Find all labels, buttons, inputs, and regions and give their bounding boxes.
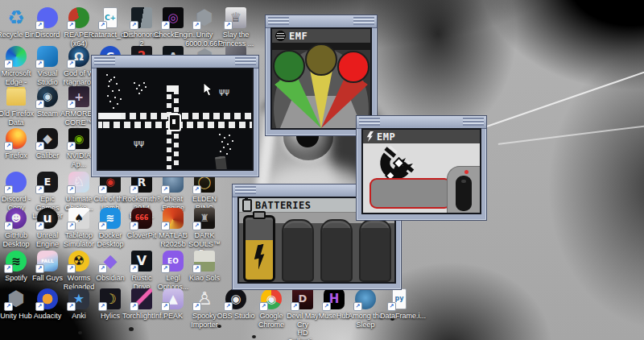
desktop-icon[interactable]: py DataFrame.i... bbox=[384, 288, 415, 321]
desktop-icon[interactable]: Firefox bbox=[1, 127, 31, 160]
emf-header: EMF bbox=[272, 29, 370, 44]
desktop-icon-image: ♘ bbox=[68, 171, 90, 193]
emp-led bbox=[464, 170, 469, 174]
desktop-icon[interactable]: FALL Fall Guys bbox=[32, 250, 63, 283]
desktop-icon-image: ♠ bbox=[68, 207, 90, 230]
desktop-icon[interactable]: MATLAB R2025b bbox=[158, 207, 188, 248]
desktop-icon-image: ◎ bbox=[162, 6, 184, 29]
desktop-icon[interactable]: Dishonored 2 bbox=[126, 6, 157, 48]
desktop-icon-image: py bbox=[388, 288, 411, 310]
emp-window[interactable]: EMP bbox=[356, 115, 487, 221]
desktop-icon[interactable]: ★ Anki bbox=[64, 288, 94, 321]
desktop-icon[interactable]: ◉ Google Chrome bbox=[256, 288, 287, 329]
desktop-icon-image: Ω bbox=[68, 45, 90, 68]
battery-bolt-icon bbox=[250, 244, 269, 271]
desktop-icon[interactable]: ♙ Spooky Importer bbox=[189, 288, 220, 329]
emp-window-titlebar[interactable] bbox=[357, 116, 486, 129]
desktop-icon[interactable]: C+ cataract_co... bbox=[95, 6, 126, 39]
emp-charge-button[interactable] bbox=[369, 178, 452, 209]
desktop-icon[interactable]: u Unreal Engine bbox=[32, 207, 63, 248]
desktop-icon[interactable]: ⬢ Unity 6000.0.66f2 bbox=[189, 6, 220, 48]
desktop-icon[interactable]: ♠ Tabletop Simulator bbox=[64, 207, 94, 248]
desktop-icon[interactable]: ◆ Obsidian bbox=[95, 250, 126, 283]
desktop-icon[interactable]: ☽ Hylics bbox=[95, 288, 126, 321]
desktop-icon[interactable]: ◉ NVIDIA Ap... bbox=[64, 127, 94, 168]
desktop-icon[interactable]: H MuseHub bbox=[319, 288, 349, 321]
desktop-icon-image: ♻ bbox=[5, 6, 27, 29]
desktop: ♻ Recycle Bin Discord REAPER (x64) C+ ca… bbox=[0, 0, 644, 340]
emf-window-body: EMF bbox=[270, 27, 372, 130]
emf-lamp-red bbox=[337, 51, 369, 83]
desktop-icon[interactable]: ◉ Steam bbox=[32, 85, 63, 118]
desktop-icon-image bbox=[36, 288, 59, 310]
radar-window[interactable]: ψψ ψψ bbox=[91, 55, 259, 177]
desktop-icon[interactable]: Audacity bbox=[32, 288, 63, 321]
desktop-icon[interactable]: ♕ Slay the Princess ... bbox=[221, 6, 251, 48]
desktop-icon[interactable]: ◆ Caliber bbox=[32, 127, 63, 160]
desktop-icon[interactable]: ⬢ Unity Hub bbox=[1, 288, 31, 321]
desktop-icon-image: ≋ bbox=[99, 207, 122, 230]
desktop-icon-image: EO bbox=[162, 250, 184, 272]
emf-window-titlebar[interactable] bbox=[266, 15, 377, 28]
desktop-icon-image bbox=[130, 6, 153, 29]
desktop-icon[interactable]: 666 CloverPit bbox=[126, 207, 157, 240]
radar-map: ψψ ψψ bbox=[98, 69, 252, 169]
desktop-icon-image: ♕ bbox=[225, 6, 247, 29]
desktop-icon-image: ⬢ bbox=[5, 288, 27, 310]
desktop-icon-image: u bbox=[36, 207, 59, 230]
desktop-icon-image: ☢ bbox=[68, 250, 90, 272]
player-marker bbox=[168, 114, 181, 131]
desktop-icon[interactable]: Among the Sleep bbox=[350, 288, 381, 329]
desktop-icon-image bbox=[68, 6, 90, 29]
desktop-icon[interactable]: Old Firefox Data bbox=[1, 85, 31, 126]
desktop-icon[interactable]: Discord bbox=[32, 6, 63, 39]
emp-remote-device[interactable] bbox=[456, 176, 472, 211]
lightning-bolt-icon bbox=[366, 131, 374, 142]
desktop-icon[interactable]: REAPER (x64) bbox=[64, 6, 94, 48]
desktop-icon[interactable]: ♘ Ultimate Chicke... bbox=[64, 171, 94, 212]
desktop-icon-image: V bbox=[130, 250, 153, 272]
desktop-icon[interactable]: ≋ Spotify bbox=[1, 250, 31, 283]
desktop-icon[interactable]: Ω God of W Ragnarok bbox=[64, 45, 94, 86]
battery-slot-2 bbox=[282, 219, 314, 282]
desktop-icon-image: 666 bbox=[130, 207, 153, 230]
road-segment bbox=[100, 113, 121, 119]
desktop-icon-image bbox=[5, 127, 27, 150]
desktop-icon-label: OBS Studio bbox=[217, 312, 255, 321]
emf-coil-icon bbox=[275, 31, 286, 41]
desktop-icon[interactable]: TorchlightInf... bbox=[126, 288, 157, 321]
battery-slots bbox=[239, 213, 394, 282]
tree-speckles bbox=[219, 134, 221, 135]
desktop-icon[interactable]: EO Legl Options... bbox=[158, 250, 188, 291]
desktop-icon[interactable]: ▲ PEAK bbox=[158, 288, 188, 321]
emf-lamp-yellow bbox=[305, 44, 337, 76]
desktop-icon[interactable]: ◉ OBS Studio bbox=[221, 288, 251, 321]
grass-tuft: ψψ bbox=[219, 87, 229, 96]
desktop-icon[interactable]: Discord - Copy bbox=[1, 171, 31, 212]
battery-slot-4 bbox=[359, 219, 391, 282]
desktop-icon[interactable]: Kiao Sols bbox=[189, 250, 220, 283]
desktop-icon-image bbox=[36, 45, 59, 68]
battery-slot-3 bbox=[320, 219, 353, 282]
cat-whisker bbox=[498, 124, 644, 145]
desktop-icon-image bbox=[5, 85, 27, 108]
desktop-icon[interactable]: ≋ Docker Desktop bbox=[95, 207, 126, 248]
trash-bin-sprite bbox=[215, 155, 227, 171]
desktop-icon-image: ☽ bbox=[99, 288, 122, 310]
radar-window-titlebar[interactable] bbox=[92, 56, 258, 68]
desktop-icon[interactable]: ☻ GitHub Desktop bbox=[1, 207, 31, 248]
mouse-cursor-icon bbox=[203, 82, 213, 100]
titlebar-grip bbox=[268, 17, 289, 25]
road-segment bbox=[167, 85, 179, 92]
desktop-icon-image: ◉ bbox=[260, 288, 283, 310]
desktop-icon[interactable]: ☢ Worms Reloaded bbox=[64, 250, 94, 291]
titlebar-grip bbox=[235, 186, 256, 194]
desktop-icon-image bbox=[5, 45, 27, 68]
desktop-icon[interactable]: ♻ Recycle Bin bbox=[1, 6, 31, 39]
desktop-icon-image bbox=[162, 207, 184, 230]
desktop-icon[interactable]: ◎ CheckEngin... bbox=[158, 6, 188, 39]
desktop-icon[interactable]: D Devil May Cry HD Collecti... bbox=[287, 288, 318, 340]
desktop-icon-image: ◉ bbox=[225, 288, 247, 310]
radar-window-body: ψψ ψψ bbox=[97, 68, 254, 171]
desktop-icon[interactable]: V Rustic Drive bbox=[126, 250, 157, 291]
